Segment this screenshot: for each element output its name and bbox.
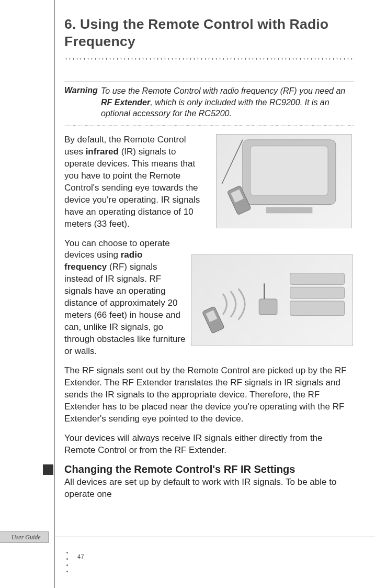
svg-rect-8 — [290, 301, 345, 316]
warning-label: Warning — [64, 85, 101, 119]
page-number: 47 — [77, 553, 84, 560]
page: 6. Using the Remote Control with Radio F… — [0, 0, 375, 588]
tv-illustration — [217, 135, 351, 228]
svg-rect-7 — [290, 287, 345, 298]
paragraph-extender: The RF signals sent out by the Remote Co… — [64, 365, 354, 425]
paragraph-settings-intro: All devices are set up by default to wor… — [64, 476, 354, 501]
svg-rect-1 — [251, 146, 328, 195]
vertical-rule — [54, 0, 55, 588]
warning-bottom-rule — [64, 125, 354, 126]
paragraph-infrared: By default, the Remote Control uses infr… — [64, 134, 206, 230]
figure-tv-remote — [216, 134, 352, 228]
footer-dots — [66, 552, 68, 572]
dotted-divider — [64, 58, 354, 60]
footer-label: User Guide — [12, 534, 41, 541]
body-block: By default, the Remote Control uses infr… — [64, 134, 354, 501]
warning-text: To use the Remote Control with radio fre… — [101, 85, 354, 119]
rf-illustration — [191, 255, 353, 346]
subhead-marker — [43, 464, 53, 475]
subhead-rf-ir-settings: Changing the Remote Control's RF IR Sett… — [64, 463, 354, 475]
paragraph-ir-always: Your devices will always receive IR sign… — [64, 432, 354, 457]
section-title: 6. Using the Remote Control with Radio F… — [64, 16, 354, 50]
svg-rect-2 — [266, 207, 312, 213]
footer-rule — [54, 537, 375, 537]
svg-line-5 — [222, 140, 243, 184]
svg-rect-6 — [290, 273, 345, 285]
warning-block: Warning To use the Remote Control with r… — [64, 82, 354, 124]
figure-rf-extender — [191, 254, 353, 346]
svg-rect-11 — [259, 299, 277, 315]
footer: User Guide — [0, 527, 375, 543]
paragraph-rf: You can choose to operate devices using … — [64, 238, 187, 358]
content-area: 6. Using the Remote Control with Radio F… — [64, 16, 354, 501]
footer-tab: User Guide — [0, 531, 49, 543]
subhead-row: Changing the Remote Control's RF IR Sett… — [64, 463, 354, 501]
